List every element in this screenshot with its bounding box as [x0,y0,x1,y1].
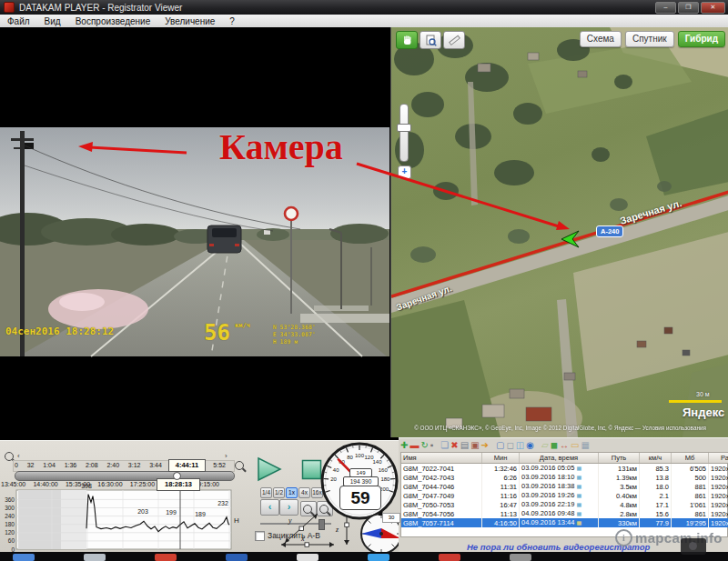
menu-bar: ФайлВидВоспроизведениеУвеличение? [0,15,728,28]
menu-item-Файл[interactable]: Файл [0,15,37,27]
taskbar-icon[interactable] [226,554,248,561]
folder-icon[interactable]: ▭ [571,440,579,451]
layer-button-Схема[interactable]: Схема [580,31,622,47]
cell: 861 [672,509,709,518]
layers-icon[interactable]: ◫ [516,440,524,451]
cell: 1920x1080 [709,473,728,482]
dot-icon[interactable]: ▪ [430,440,434,451]
table-row[interactable]: G8M_7050-705316:4703.09.2016 22:19▦4.8км… [401,500,728,509]
column-header-Размер[interactable]: Размер [709,453,728,464]
taskbar-icon[interactable] [368,554,389,561]
tick-label: 2:08 [86,462,98,468]
table-row[interactable]: G8M_7054-705611:1304.09.2016 09:48▦2.8км… [401,509,728,518]
taskbar-icon[interactable] [13,554,35,561]
timeline-zoom-in-icon[interactable] [235,461,244,470]
map-panel[interactable]: СхемаСпутникГибрид + Заречная ул. Заречн… [390,27,728,437]
map-zoom-in-button[interactable]: + [398,165,411,179]
menu-item-Увеличение[interactable]: Увеличение [157,15,222,27]
select-icon[interactable]: ◻ [506,440,513,451]
cell: 03.09.2016 19:26▦ [520,491,599,500]
table-row[interactable]: G8M_7047-704911:1603.09.2016 19:26▦0.40к… [401,491,728,500]
axis-x-label: x [300,535,305,543]
minimize-button[interactable]: – [655,2,676,14]
timeline-scroll-left-icon[interactable]: ‹ [17,453,20,460]
taskbar-icon[interactable] [155,554,177,561]
column-header-Путь[interactable]: Путь [599,453,640,464]
fit-icon[interactable]: ▢ [496,440,504,451]
altitude-graph[interactable]: 398203199189232 [16,490,231,549]
menu-item-Воспроизведение[interactable]: Воспроизведение [68,15,158,27]
table-row[interactable]: G8M_7044-704611:3103.09.2016 18:38▦3.5км… [401,482,728,491]
copy-icon[interactable]: ❏ [440,440,449,451]
speed-button-4x[interactable]: 4x [298,487,310,498]
taskbar-icon[interactable] [84,554,106,561]
layer-button-Гибрид[interactable]: Гибрид [678,31,725,47]
save-icon[interactable]: ▤ [460,440,469,451]
cell: 0.40км [599,491,640,500]
map-copyright[interactable]: © ООО ИТЦ «СКАНЭКС», © GeoEye, Inc, Imag… [391,425,728,431]
play-button[interactable] [256,456,283,482]
table-row[interactable]: G8M_7022-70411:32:4603.09.2016 05:05▦131… [401,464,728,474]
maximize-button[interactable]: ❐ [678,2,699,14]
graph-unit-label: H [234,516,239,525]
globe-icon[interactable]: ◉ [526,440,534,451]
cell: 2.1 [640,491,672,500]
cell: 04.09.2016 09:48▦ [520,509,599,518]
map-zoom-handle[interactable] [397,124,411,132]
movie-icon[interactable]: ◼ [551,440,558,451]
refresh-icon[interactable]: ↻ [420,440,428,451]
video-panel[interactable]: 04сен2016 18:28:12 56 км/ч N 53°28.368' … [0,27,390,440]
loop-ab-checkbox[interactable] [255,531,265,541]
time-label: 14:40:00 [33,481,57,487]
taskbar-icon[interactable] [297,554,318,561]
menu-item-Вид[interactable]: Вид [37,15,68,27]
timeline-slider-handle[interactable] [173,472,181,480]
speed-button-1/4[interactable]: 1/4 [260,487,272,498]
ruler-tool-button[interactable] [443,31,465,49]
taskbar-icon[interactable] [439,554,460,561]
snapshot-icon[interactable]: ▣ [470,440,479,451]
column-header-Мб[interactable]: Мб [672,453,709,464]
hand-tool-button[interactable] [396,31,418,49]
cell: 1920x1080 [709,518,728,527]
remove-icon[interactable]: ▬ [410,440,419,451]
file-table[interactable]: ИмяМинДата, времяПутькм/чМбРазмерG8M_702… [400,452,728,537]
windshield-reflection [48,289,148,329]
chart-icon[interactable]: ▱ [541,440,549,451]
cell: 15.6 [640,509,672,518]
column-header-км/ч[interactable]: км/ч [640,453,672,464]
windows-taskbar[interactable] [0,552,728,561]
map-zoom-slider[interactable] [399,104,409,162]
taskbar-icon[interactable] [510,554,531,561]
undo-icon[interactable]: ➔ [481,440,489,451]
cell: 77.9 [640,518,672,527]
timeline-slider[interactable] [15,471,235,481]
menu-item-?[interactable]: ? [222,15,242,27]
inspect-tool-button[interactable] [420,31,441,49]
cell: 13.8 [640,473,672,482]
column-header-Мин[interactable]: Мин [482,453,520,464]
table-row[interactable]: G8M_7042-70436:2603.09.2016 18:10▦1.39км… [401,473,728,482]
osd-speed-units: км/ч [235,322,250,329]
tick-label: 0 [15,462,18,468]
timeline-scroll-right-icon[interactable]: › [225,453,228,460]
add-icon[interactable]: ✚ [400,440,408,451]
layer-button-Спутник[interactable]: Спутник [625,31,674,47]
cell: 85.3 [640,464,672,474]
speed-button-1x[interactable]: 1x [286,487,298,498]
grid-icon[interactable]: ▦ [581,440,589,451]
delete-icon[interactable]: ✖ [450,440,458,451]
expand-icon[interactable]: ↔ [560,440,569,451]
cell: 17.1 [640,500,672,509]
close-button[interactable]: ✕ [701,2,725,14]
speed-button-1/2[interactable]: 1/2 [273,487,285,498]
map-scale-bar [669,400,722,403]
yandex-logo[interactable]: Яндекс [682,406,724,419]
column-header-Имя[interactable]: Имя [401,453,482,464]
table-row[interactable]: G8M_7057-71144:16:5004.09.2016 13:44▦330… [401,518,728,527]
osd-gps-info: N 53°28.368' E 34°33.087' H 189 м [273,324,316,346]
column-header-Дата, время[interactable]: Дата, время [520,453,599,464]
satellite-imagery [391,27,728,437]
y-axis-label: 120 [0,529,15,536]
table-header-row: ИмяМинДата, времяПутькм/чМбРазмер [401,453,728,464]
